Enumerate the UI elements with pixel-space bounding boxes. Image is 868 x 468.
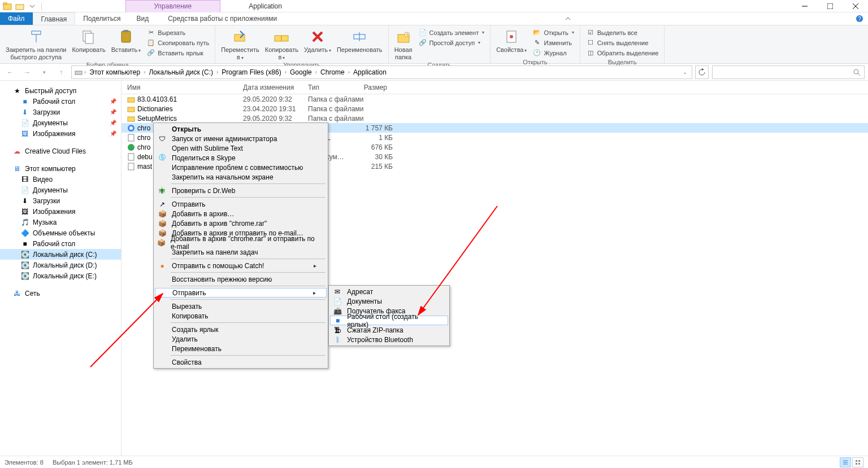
tab-share[interactable]: Поделиться	[75, 12, 128, 25]
bc-chrome[interactable]: Chrome	[318, 68, 347, 76]
ctx-shortcut[interactable]: Создать ярлык	[155, 325, 327, 334]
ctx-cut[interactable]: Вырезать	[155, 301, 327, 311]
bc-google[interactable]: Google	[288, 68, 314, 76]
copy-button[interactable]: Копировать	[70, 27, 107, 55]
context-menu[interactable]: Открыть 🛡Запуск от имени администратора …	[153, 123, 328, 369]
list-row[interactable]: SetupMetrics29.05.2020 9:32Папка с файла…	[121, 113, 868, 123]
tab-home[interactable]: Главная	[33, 12, 76, 25]
easy-access-button[interactable]: 🔗Простой доступ▾	[417, 38, 486, 47]
col-size[interactable]: Размер	[353, 84, 387, 91]
tree-desktop[interactable]: ■Рабочий стол📌	[0, 96, 121, 107]
ribbon-collapse-icon[interactable]	[560, 12, 576, 25]
ctx-props[interactable]: Свойства	[155, 357, 327, 367]
tree-diskd[interactable]: 💽Локальный диск (D:)	[0, 260, 121, 270]
tab-view[interactable]: Вид	[128, 12, 157, 25]
ctx-drweb[interactable]: 🕷Проверить с Dr.Web	[155, 186, 327, 195]
navigation-tree[interactable]: ★Быстрый доступ ■Рабочий стол📌 ⬇Загрузки…	[0, 81, 121, 456]
tree-music[interactable]: 🎵Музыка	[0, 217, 121, 228]
qat-dropdown-icon[interactable]	[27, 1, 37, 11]
ctx-sendto[interactable]: Отправить▸	[155, 288, 327, 298]
open-button[interactable]: 📂Открыть▾	[531, 28, 575, 37]
ctx-open[interactable]: Открыть	[155, 124, 327, 134]
ctx-taskbarpin[interactable]: Закрепить на панели задач	[155, 247, 327, 257]
history-button[interactable]: 🕑Журнал	[531, 48, 575, 58]
sub-bt[interactable]: ᛒУстройство Bluetooth	[330, 335, 448, 344]
tree-downloads2[interactable]: ⬇Загрузки	[0, 195, 121, 206]
col-name[interactable]: Имя	[121, 84, 237, 91]
search-input[interactable]	[712, 65, 865, 79]
tree-downloads[interactable]: ⬇Загрузки📌	[0, 107, 121, 117]
pin-quick-access-button[interactable]: Закрепить на панели быстрого доступа	[3, 27, 68, 62]
new-item-button[interactable]: 📄Создать элемент▾	[417, 28, 486, 37]
minimize-button[interactable]	[792, 0, 817, 12]
select-none-button[interactable]: ☐Снять выделение	[585, 38, 660, 47]
invert-selection-button[interactable]: ◫Обратить выделение	[585, 48, 660, 58]
tree-diske[interactable]: 💽Локальный диск (E:)	[0, 270, 121, 281]
tab-file[interactable]: Файл	[0, 12, 33, 25]
ctx-compat[interactable]: Исправление проблем с совместимостью	[155, 163, 327, 172]
properties-button[interactable]: Свойства▾	[494, 27, 529, 55]
ctx-catch[interactable]: ●Отправить с помощью Catch!▸	[155, 261, 327, 270]
recent-dropdown[interactable]: ▾	[37, 65, 51, 79]
up-button[interactable]: ↑	[54, 65, 68, 79]
tree-pictures2[interactable]: 🖼Изображения	[0, 206, 121, 217]
paste-button[interactable]: Вставить▾	[109, 27, 144, 55]
bc-dropdown-icon[interactable]: ⌄	[683, 69, 689, 75]
tab-apptools[interactable]: Средства работы с приложениями	[160, 12, 285, 25]
sub-zip[interactable]: 🗜Сжатая ZIP-папка	[330, 325, 448, 335]
ctx-runas[interactable]: 🛡Запуск от имени администратора	[155, 134, 327, 143]
file-list[interactable]: Имя Дата изменения Тип Размер 83.0.4103.…	[121, 81, 868, 456]
tree-desktop2[interactable]: ■Рабочий стол	[0, 238, 121, 249]
cut-button[interactable]: ✂Вырезать	[145, 28, 210, 37]
select-all-button[interactable]: ☑Выделить все	[585, 28, 660, 37]
ctx-startpin[interactable]: Закрепить на начальном экране	[155, 172, 327, 182]
sub-recipient[interactable]: ✉Адресат	[330, 287, 448, 296]
tree-creative-cloud[interactable]: ☁Creative Cloud Files	[0, 146, 121, 156]
tree-thispc[interactable]: 🖥Этот компьютер	[0, 163, 121, 174]
bc-thispc[interactable]: Этот компьютер	[87, 68, 142, 76]
breadcrumb[interactable]: › Этот компьютер› Локальный диск (C:)› P…	[71, 65, 692, 79]
ctx-sublime[interactable]: Open with Sublime Text	[155, 143, 327, 153]
forward-button[interactable]: →	[20, 65, 34, 79]
close-button[interactable]	[843, 0, 868, 12]
col-type[interactable]: Тип	[302, 84, 353, 91]
ctx-rename[interactable]: Переименовать	[155, 344, 327, 353]
paste-shortcut-button[interactable]: 🔗Вставить ярлык	[145, 48, 210, 58]
ctx-restore[interactable]: Восстановить прежнюю версию	[155, 274, 327, 284]
col-date[interactable]: Дата изменения	[237, 84, 302, 91]
tree-documents[interactable]: 📄Документы📌	[0, 117, 121, 128]
title-context-tab[interactable]: Управление	[125, 0, 221, 12]
bc-application[interactable]: Application	[351, 68, 389, 76]
ctx-addchromerar[interactable]: 📦Добавить в архив "chrome.rar"	[155, 218, 327, 228]
maximize-button[interactable]	[817, 0, 843, 12]
delete-button[interactable]: Удалить▾	[302, 27, 333, 55]
tree-pictures[interactable]: 🖼Изображения📌	[0, 128, 121, 139]
refresh-button[interactable]	[695, 65, 709, 79]
new-folder-button[interactable]: ✦Новая папка	[392, 27, 415, 62]
back-button[interactable]: ←	[3, 65, 17, 79]
ctx-delete[interactable]: Удалить	[155, 334, 327, 344]
bc-diskc[interactable]: Локальный диск (C:)	[146, 68, 215, 76]
tree-quick-access[interactable]: ★Быстрый доступ	[0, 85, 121, 96]
tree-documents2[interactable]: 📄Документы	[0, 185, 121, 195]
view-details-button[interactable]	[840, 457, 851, 467]
ctx-share[interactable]: ↗Отправить	[155, 199, 327, 209]
bc-pf86[interactable]: Program Files (x86)	[219, 68, 283, 76]
sub-docs[interactable]: 📄Документы	[330, 296, 448, 306]
edit-button[interactable]: ✎Изменить	[531, 38, 575, 47]
ctx-skype[interactable]: ⓈПоделиться в Skype	[155, 153, 327, 163]
help-icon[interactable]: ?	[851, 12, 868, 25]
ctx-copy[interactable]: Копировать	[155, 311, 327, 321]
tree-videos[interactable]: 🎞Видео	[0, 174, 121, 185]
sub-desktop[interactable]: ■Рабочий стол (создать ярлык)	[330, 316, 448, 325]
move-to-button[interactable]: Переместить в▾	[219, 27, 261, 62]
rename-button[interactable]: Переименовать	[335, 27, 385, 55]
copy-path-button[interactable]: 📋Скопировать путь	[145, 38, 210, 47]
list-row[interactable]: Dictionaries23.04.2020 19:31Папка с файл…	[121, 104, 868, 113]
ctx-addarchive[interactable]: 📦Добавить в архив…	[155, 209, 327, 218]
view-icons-button[interactable]	[852, 457, 863, 467]
sendto-submenu[interactable]: ✉Адресат 📄Документы 📠Получатель факса ■Р…	[328, 285, 450, 346]
copy-to-button[interactable]: Копировать в▾	[263, 27, 301, 62]
ctx-addraremail[interactable]: 📦Добавить в архив "chrome.rar" и отправи…	[155, 238, 327, 247]
list-row[interactable]: 83.0.4103.6129.05.2020 9:32Папка с файла…	[121, 94, 868, 104]
